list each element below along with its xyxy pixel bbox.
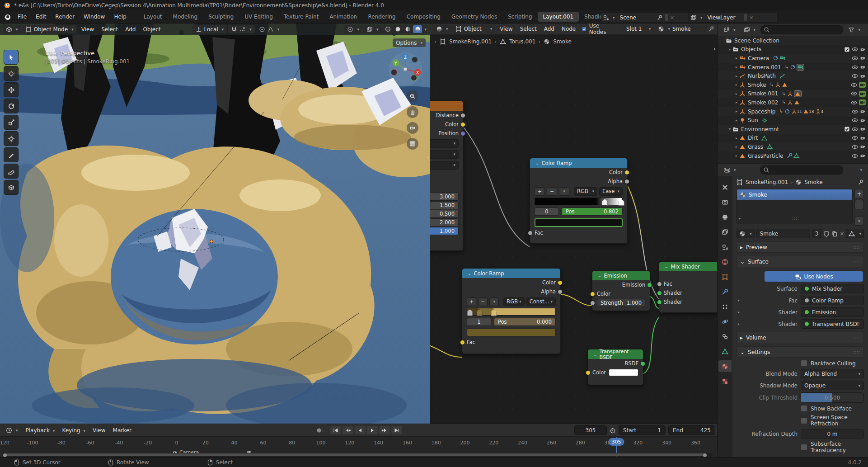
stop-color-swatch[interactable] [535, 218, 623, 227]
menu-help[interactable]: Help [109, 13, 131, 21]
interpolation-dropdown[interactable]: Const...▾ [526, 297, 556, 306]
shading-rendered-button[interactable] [413, 25, 422, 33]
properties-tab-physics[interactable] [718, 316, 732, 327]
field-refraction-depth[interactable]: 0 m [801, 429, 864, 439]
socket-color-in[interactable] [590, 292, 595, 297]
ramp-handle[interactable] [619, 199, 624, 206]
remove-slot-button[interactable]: − [854, 200, 864, 209]
material-name-field[interactable]: Smoke [756, 229, 810, 238]
disclosure-arrow-icon[interactable]: ▸ [734, 154, 739, 158]
shader-link-mix-shader[interactable]: Mix Shader [801, 284, 864, 293]
workspace-tab-scripting[interactable]: Scripting [502, 12, 537, 22]
disable-in-renders-icon[interactable] [860, 47, 866, 52]
editor-type-button[interactable]: ▾ [3, 25, 21, 33]
disable-in-renders-icon[interactable] [860, 153, 866, 159]
disclosure-arrow-icon[interactable]: ▸ [734, 118, 739, 123]
properties-tab-output[interactable] [718, 211, 732, 223]
properties-tab-modifiers[interactable] [718, 286, 732, 297]
viewport-3d[interactable]: ▾ Object Mode▾ ViewSelectAddObject Local… [0, 24, 430, 424]
stopwatch-icon[interactable] [610, 427, 616, 434]
color-ramp-gradient[interactable] [535, 198, 623, 205]
hide-in-viewport-icon[interactable] [851, 82, 857, 88]
shader-link-emission[interactable]: Emission [801, 307, 864, 317]
editor-type-button[interactable]: ▾ [3, 426, 21, 434]
current-frame-indicator[interactable]: 305 [608, 438, 624, 446]
node-header[interactable]: ⌄Color Ramp [530, 158, 627, 168]
viewlayer-remove-button[interactable]: × [749, 14, 754, 21]
options-dropdown[interactable]: Options▾ [393, 38, 426, 47]
viewlayer-copy-button[interactable] [744, 14, 747, 21]
disclosure-arrow-icon[interactable]: ▾ [727, 47, 732, 52]
socket-color-out[interactable] [558, 280, 563, 285]
outliner-row-scene-collection[interactable]: Scene Collection [718, 36, 868, 45]
texture-value-field[interactable]: rit2.000 [430, 218, 459, 226]
node-header[interactable]: ⌄i Texture [430, 101, 463, 111]
disable-in-renders-icon[interactable] [860, 108, 866, 114]
properties-tab-particles[interactable] [718, 301, 732, 312]
node-menu-add[interactable]: Add [540, 26, 558, 32]
node-header[interactable]: ⌄Mix Shader [659, 262, 717, 271]
outliner-row-sun[interactable]: ▸Sun [718, 116, 868, 125]
socket-color-in[interactable] [586, 370, 591, 375]
move-tool-button[interactable] [4, 82, 19, 97]
node-mix-shader[interactable]: ⌄Mix Shader FacShaderShader [659, 261, 717, 313]
socket-emission-out[interactable] [647, 283, 652, 288]
users-count-badge[interactable]: 3 [812, 229, 822, 238]
proportional-edit-toggle[interactable]: ▾ [256, 25, 283, 33]
texture-value-field[interactable]: es0.500 [430, 210, 459, 218]
outliner-row-environnemnt[interactable]: ▾Environnemnt [718, 125, 868, 134]
node-menu-node[interactable]: Node [558, 26, 579, 32]
scene-copy-button[interactable] [665, 14, 668, 21]
checkbox-backface-culling[interactable] [801, 360, 807, 367]
socket-alpha-out[interactable] [624, 179, 629, 184]
disclosure-arrow-icon[interactable]: ▸ [734, 136, 739, 140]
disable-in-renders-icon[interactable] [860, 126, 866, 132]
shading-material-button[interactable] [403, 25, 412, 33]
outliner-search-input[interactable] [760, 25, 843, 34]
disclosure-arrow-icon[interactable]: ▸ [734, 100, 739, 104]
socket-color-out[interactable] [624, 170, 629, 175]
socket-strength-in[interactable] [590, 301, 595, 306]
viewport-sidebar-toggle[interactable]: ‹ [427, 154, 429, 160]
ramp-options-button[interactable]: ▾ [559, 187, 569, 196]
properties-search-input[interactable] [760, 165, 843, 175]
node-transparent-bsdf[interactable]: ⌄Transparent BSDF BSDF Color [587, 349, 643, 385]
node-menu-view[interactable]: View [496, 26, 516, 32]
start-frame-field[interactable]: Start1 [619, 425, 666, 435]
remove-stop-button[interactable]: − [478, 297, 488, 306]
panel-surface[interactable]: ⌄Surface:::: [737, 256, 864, 267]
properties-tab-material[interactable] [718, 360, 732, 372]
disable-in-renders-icon[interactable] [860, 55, 866, 61]
texture-dropdown[interactable]: ▾ [430, 139, 459, 148]
slot-specials-button[interactable]: ▾ [854, 216, 864, 226]
outliner-row-smoke[interactable]: ▸Smoke↳ [718, 80, 868, 90]
panel-preview[interactable]: ▸Preview:::: [737, 241, 864, 253]
material-slot-list[interactable]: Smoke ▸ :::: [737, 189, 853, 224]
add-cube-tool-button[interactable] [4, 180, 19, 195]
navigation-gizmo[interactable]: Z Y X [388, 52, 423, 87]
timeline-ruler[interactable]: -120-100-80-60-40-2002040608010012014016… [0, 437, 717, 458]
scene-unlink-button[interactable]: × [670, 14, 675, 21]
disclosure-arrow-icon[interactable]: ▸ [734, 65, 739, 69]
texture-value-field[interactable]: nn1.000 [430, 227, 459, 235]
socket-alpha-out[interactable] [558, 289, 563, 294]
texture-value-field[interactable]: 1.500 [430, 201, 459, 209]
node-menu-select[interactable]: Select [516, 26, 540, 32]
viewport-menu-select[interactable]: Select [98, 26, 122, 33]
stop-index-field[interactable]: 1 [467, 318, 491, 326]
use-nodes-checkbox[interactable]: Use Nodes [582, 24, 610, 35]
stop-index-field[interactable]: 0 [535, 208, 559, 216]
node-color-ramp-2[interactable]: ⌄Color Ramp Color Alpha + − ▾ RGB▾ Const… [462, 268, 561, 354]
outliner-row-nurbspath[interactable]: ▸NurbsPath [718, 71, 868, 80]
material-id-selector[interactable]: ▾Smoke [655, 25, 707, 33]
material-browse-button[interactable]: ▾ [737, 229, 755, 238]
slider-clip-threshold[interactable]: 0.500 [801, 392, 864, 403]
socket-fac-in[interactable] [528, 231, 533, 236]
expand-arrow[interactable]: ▸ [737, 322, 741, 326]
socket-color[interactable] [460, 122, 465, 127]
hide-in-viewport-icon[interactable] [851, 99, 857, 106]
properties-tab-world[interactable] [718, 256, 732, 268]
texture-value-field[interactable]: 3.000 [430, 193, 459, 201]
workspace-tab-layout-001[interactable]: Layout.001 [538, 12, 579, 22]
add-slot-button[interactable]: + [854, 189, 864, 198]
